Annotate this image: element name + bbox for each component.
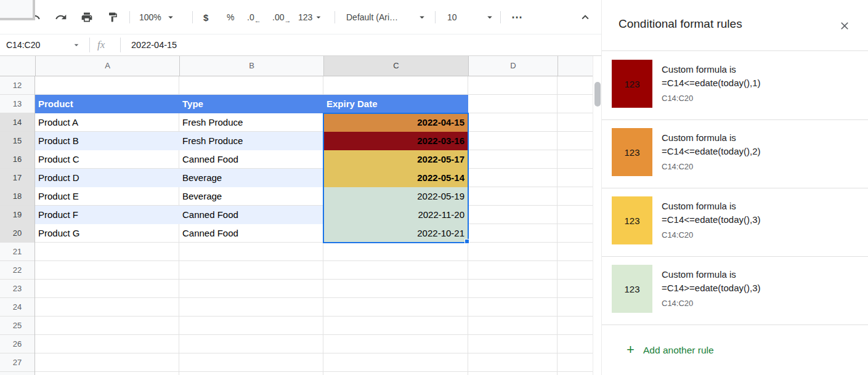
rule-1-range: C14:C20	[662, 94, 693, 103]
more-icon: ⋯	[511, 10, 523, 24]
cell-C18[interactable]: 2022-05-19	[323, 187, 468, 206]
cell-A15[interactable]: Product B	[35, 132, 179, 150]
row-header-16[interactable]: 16	[0, 150, 34, 169]
row-header-27[interactable]: 27	[0, 353, 34, 372]
cell-A19[interactable]: Product F	[35, 206, 179, 224]
font-select[interactable]: Default (Ari…	[346, 10, 428, 25]
rule-item-4[interactable]: 123 Custom formula is =C14>=edate(today(…	[602, 256, 868, 325]
more-toolbar-button[interactable]: ⋯	[511, 10, 523, 25]
cell-B13[interactable]: Type	[179, 95, 323, 113]
chevron-down-icon	[416, 12, 428, 23]
column-header-b[interactable]: B	[179, 56, 323, 76]
rule-item-1[interactable]: 123 Custom formula is =C14<=edate(today(…	[602, 51, 868, 119]
plus-icon: +	[627, 342, 635, 357]
row-header-23[interactable]: 23	[0, 280, 34, 298]
rule-item-2[interactable]: 123 Custom formula is =C14<=edate(today(…	[602, 119, 868, 188]
cell-C13[interactable]: Expiry Date	[323, 95, 468, 113]
cell-C19[interactable]: 2022-11-20	[323, 206, 468, 224]
rule-1-color-swatch: 123	[612, 60, 652, 108]
toolbar: 100% $ % .0← .00→ 123 Default (Ari… 10 ⋯	[0, 0, 601, 34]
rule-item-3[interactable]: 123 Custom formula is =C14<=edate(today(…	[602, 188, 868, 256]
zoom-select[interactable]: 100%	[139, 10, 176, 25]
collapse-toolbar-button[interactable]	[578, 10, 593, 25]
row-header-22[interactable]: 22	[0, 261, 34, 280]
increase-decimal-button[interactable]: .00→	[272, 10, 290, 25]
cell-B17[interactable]: Beverage	[179, 169, 323, 187]
row-header-column: 12 13 14 15 16 17 18 19 20 21 22 23 24 2…	[0, 76, 35, 375]
column-header-c[interactable]: C	[323, 56, 468, 76]
row-header-17[interactable]: 17	[0, 169, 34, 187]
fx-icon: fx	[97, 34, 105, 55]
cell-B20[interactable]: Canned Food	[179, 224, 323, 243]
cell-A14[interactable]: Product A	[35, 113, 179, 132]
row-header-12[interactable]: 12	[0, 76, 34, 95]
row-header-24[interactable]: 24	[0, 298, 34, 317]
close-panel-button[interactable]	[837, 18, 852, 33]
column-header-d[interactable]: D	[468, 56, 558, 76]
column-header-e[interactable]	[558, 56, 593, 76]
row-header-13[interactable]: 13	[0, 95, 34, 113]
decimal-increase-icon: .00	[272, 12, 284, 22]
column-headers: A B C D	[0, 56, 593, 76]
rule-2-color-swatch: 123	[612, 128, 652, 176]
format-percent-button[interactable]: %	[227, 10, 234, 25]
rule-2-formula: =C14<=edate(today(),2)	[662, 145, 761, 158]
format-currency-button[interactable]: $	[203, 10, 208, 25]
cell-A13[interactable]: Product	[35, 95, 179, 113]
row-header-19[interactable]: 19	[0, 206, 34, 224]
row-header-14[interactable]: 14	[0, 113, 34, 132]
row-header-18[interactable]: 18	[0, 187, 34, 206]
decrease-decimal-button[interactable]: .0←	[247, 10, 261, 25]
rule-3-condition: Custom formula is	[662, 200, 736, 213]
vertical-scrollbar-track[interactable]	[593, 56, 601, 375]
chevron-down-icon	[314, 12, 323, 22]
paint-format-button[interactable]	[105, 10, 120, 25]
panel-divider	[602, 325, 868, 325]
gridline-vertical	[557, 76, 558, 375]
cell-C16[interactable]: 2022-05-17	[323, 150, 468, 169]
font-size-select[interactable]: 10	[447, 10, 495, 25]
cell-A16[interactable]: Product C	[35, 150, 179, 169]
cell-C14[interactable]: 2022-04-15	[323, 113, 468, 132]
cell-A20[interactable]: Product G	[35, 224, 179, 243]
number-format-label: 123	[298, 12, 312, 22]
row-header-20[interactable]: 20	[0, 224, 34, 243]
rule-2-condition: Custom formula is	[662, 131, 736, 145]
number-format-button[interactable]: 123	[298, 10, 323, 25]
formula-input[interactable]: 2022-04-15	[131, 34, 177, 55]
row-header-21[interactable]: 21	[0, 243, 34, 261]
cell-C17[interactable]: 2022-05-14	[323, 169, 468, 187]
cell-A18[interactable]: Product E	[35, 187, 179, 206]
name-box[interactable]: C14:C20	[6, 34, 40, 55]
cell-C15[interactable]: 2022-03-16	[323, 132, 468, 150]
chevron-down-icon	[484, 12, 495, 23]
rule-4-color-swatch: 123	[612, 265, 652, 313]
cell-B15[interactable]: Fresh Produce	[179, 132, 323, 150]
cell-C20[interactable]: 2022-10-21	[323, 224, 468, 243]
cell-B14[interactable]: Fresh Produce	[179, 113, 323, 132]
fill-handle[interactable]	[464, 239, 469, 244]
decimal-decrease-icon: .0	[247, 12, 254, 22]
toolbar-divider	[435, 11, 436, 23]
rule-3-range: C14:C20	[662, 230, 693, 240]
formula-bar-divider	[120, 38, 121, 52]
column-header-a[interactable]: A	[35, 56, 179, 76]
font-name-label: Default (Ari…	[346, 12, 398, 22]
row-header-26[interactable]: 26	[0, 335, 34, 353]
add-another-rule-button[interactable]: + Add another rule	[602, 337, 868, 365]
redo-button[interactable]	[54, 10, 68, 25]
cell-B18[interactable]: Beverage	[179, 187, 323, 206]
rule-3-formula: =C14<=edate(today(),3)	[662, 213, 761, 227]
print-button[interactable]	[79, 10, 94, 25]
row-header-25[interactable]: 25	[0, 317, 34, 335]
vertical-scrollbar-thumb[interactable]	[594, 82, 601, 107]
arrow-right-icon: →	[284, 17, 290, 24]
row-header-15[interactable]: 15	[0, 132, 34, 150]
toolbar-divider	[192, 11, 193, 23]
select-all-corner[interactable]	[0, 0, 35, 20]
chevron-down-icon[interactable]	[71, 40, 81, 50]
cell-B19[interactable]: Canned Food	[179, 206, 323, 224]
cell-B16[interactable]: Canned Food	[179, 150, 323, 169]
cell-A17[interactable]: Product D	[35, 169, 179, 187]
toolbar-divider	[500, 11, 501, 23]
